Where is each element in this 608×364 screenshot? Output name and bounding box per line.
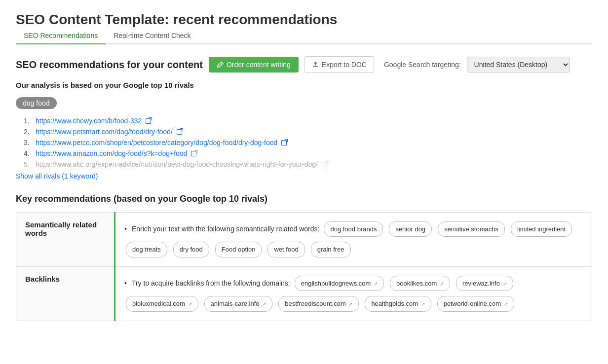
rival-item-5: 5. https://www.akc.org/expert-advice/nut… [24,160,592,168]
tag-limited-ingredient: limited ingredient [511,221,572,237]
ext-icon-5: ↗ [348,301,352,307]
rivals-list: 1. https://www.chewy.com/b/food-332 2. h… [24,117,592,168]
rival-item-1: 1. https://www.chewy.com/b/food-332 [24,117,592,125]
ext-icon-2: ↗ [503,281,507,287]
rival-link-1[interactable]: https://www.chewy.com/b/food-332 [36,117,142,125]
export-to-doc-button[interactable]: Export to DOC [304,56,374,73]
rec-row-backlinks: Backlinks • Try to acquire backlinks fro… [16,266,592,321]
tag-reviewaz: reviewaz.info ↗ [456,276,513,291]
keyword-badge: dog food [16,97,592,117]
order-content-writing-button[interactable]: Order content writing [209,57,299,73]
tag-dog-food-brands: dog food brands [324,221,383,237]
rival-item-2: 2. https://www.petsmart.com/dog/food/dry… [24,128,592,136]
edit-icon [217,61,224,68]
rival-item-3: 3. https://www.petco.com/shop/en/petcost… [24,139,592,146]
tag-food-option: Food option [215,242,262,257]
rival-item-4: 4. https://www.amazon.com/dog-food/s?k=d… [24,149,592,157]
targeting-label: Google Search targeting: [384,61,461,69]
tag-bestfreediscount: bestfreediscount.com ↗ [278,296,359,311]
upload-icon [312,61,319,68]
key-rec-title: Key recommendations (based on your Googl… [16,194,592,204]
section-title: SEO recommendations for your content [16,59,203,71]
show-all-rivals-link[interactable]: Show all rivals (1 keyword) [16,172,98,180]
external-link-icon-2 [177,129,182,135]
rival-link-3[interactable]: https://www.petco.com/shop/en/petcostore… [36,139,277,146]
page-title: SEO Content Template: recent recommendat… [16,12,592,28]
tag-dog-treats: dog treats [126,242,167,257]
semantically-text: • Enrich your text with the following se… [124,220,583,258]
tag-petworld-online: petworld-online.com ↗ [437,296,514,311]
tag-dry-food: dry food [173,242,209,257]
tag-animals-care: animals-care.info ↗ [204,296,273,311]
targeting-select[interactable]: United States (Desktop) [467,57,570,73]
tag-bioluxmedical: bioluxmedical.com ↗ [126,296,198,311]
rival-link-5-faded: https://www.akc.org/expert-advice/nutrit… [36,160,318,168]
ext-icon-1: ↗ [440,281,444,287]
ext-icon-0: ↗ [374,281,378,287]
rec-table: Semantically related words • Enrich your… [16,212,592,321]
tag-senior-dog: senior dog [389,221,432,237]
tab-realtime-content-check[interactable]: Real-time Content Check [106,28,198,44]
tag-englishbulldognews: englishbulldognews.com ↗ [295,276,384,291]
backlinks-text: • Try to acquire backlinks from the foll… [124,275,583,313]
ext-icon-7: ↗ [504,301,508,307]
rival-link-2[interactable]: https://www.petsmart.com/dog/food/dry-fo… [36,128,173,136]
ext-icon-3: ↗ [188,301,192,307]
backlinks-label: Backlinks [16,266,115,321]
tag-wet-food: wet food [267,242,304,257]
tag-healthgolds: healthgolds.com ↗ [365,296,431,311]
semantically-content: • Enrich your text with the following se… [115,213,592,267]
tabs-container: SEO Recommendations Real-time Content Ch… [16,28,592,44]
analysis-text: Our analysis is based on your Google top… [16,81,592,89]
ext-icon-4: ↗ [262,301,266,307]
tab-seo-recommendations[interactable]: SEO Recommendations [16,28,106,44]
rival-link-4[interactable]: https://www.amazon.com/dog-food/s?k=dog+… [36,149,187,157]
section-header: SEO recommendations for your content Ord… [16,56,592,73]
external-link-icon-3 [281,140,287,146]
ext-icon-6: ↗ [421,301,425,307]
external-link-icon-1 [146,118,151,124]
semantically-label: Semantically related words [16,213,115,267]
tag-booklikes: booklikes.com ↗ [390,276,450,291]
tag-sensitive-stomachs: sensitive stomachs [438,221,505,237]
rec-row-semantically: Semantically related words • Enrich your… [16,213,592,267]
backlinks-content: • Try to acquire backlinks from the foll… [115,266,592,321]
external-link-icon-5 [322,162,327,167]
tag-grain-free: grain free [311,242,351,257]
external-link-icon-4 [191,151,196,156]
